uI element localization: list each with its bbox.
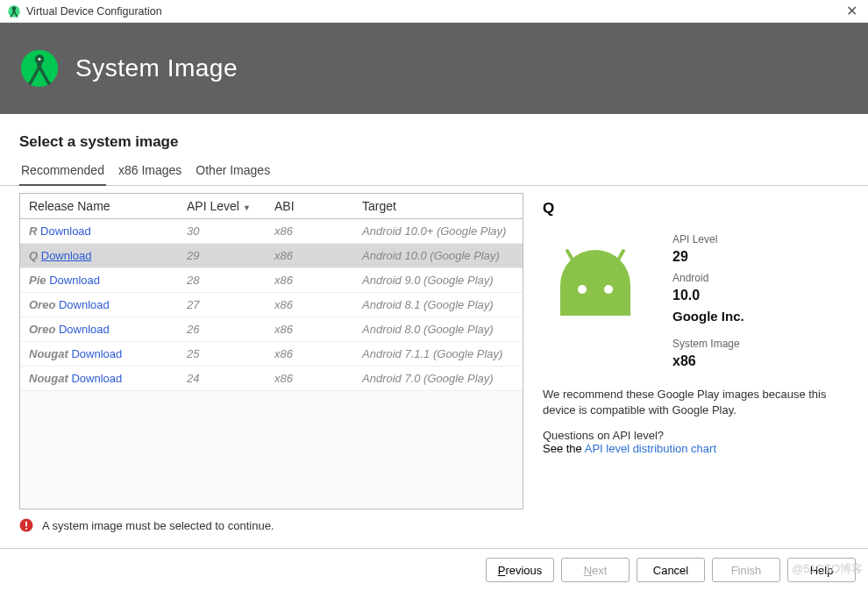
column-abi[interactable]: ABI (266, 194, 353, 219)
column-release-name[interactable]: Release Name (20, 194, 178, 219)
android-label: Android (672, 272, 744, 284)
error-icon (19, 518, 33, 532)
svg-line-12 (617, 251, 623, 261)
system-image-icon (19, 48, 60, 89)
column-target[interactable]: Target (353, 194, 523, 219)
header: System Image (0, 23, 868, 114)
api-question-text: Questions on API level? (543, 429, 849, 442)
api-chart-link[interactable]: API level distribution chart (585, 442, 716, 455)
svg-line-11 (567, 251, 573, 261)
download-link[interactable]: Download (40, 224, 91, 238)
titlebar: Virtual Device Configuration ✕ (0, 0, 868, 23)
android-studio-icon (7, 4, 21, 18)
next-button[interactable]: Next (561, 558, 630, 582)
footer: Previous Next Cancel Finish Help (0, 548, 868, 591)
android-icon (543, 237, 648, 324)
tabs: Recommended x86 Images Other Images (0, 158, 868, 186)
svg-point-7 (29, 81, 32, 84)
previous-button[interactable]: Previous (486, 558, 554, 582)
system-image-table: Release Name API Level▼ ABI Target R Dow… (19, 193, 523, 509)
error-message: A system image must be selected to conti… (0, 518, 868, 548)
table-row[interactable]: Oreo Download 27x86Android 8.1 (Google P… (20, 293, 523, 317)
page-title: System Image (75, 54, 238, 82)
api-level-label: API Level (672, 233, 744, 246)
tab-recommended[interactable]: Recommended (19, 158, 106, 186)
table-row[interactable]: Nougat Download 24x86Android 7.0 (Google… (20, 367, 523, 391)
tab-other-images[interactable]: Other Images (194, 158, 272, 185)
svg-point-10 (604, 285, 613, 294)
recommendation-text: We recommend these Google Play images be… (543, 387, 849, 418)
download-link[interactable]: Download (49, 274, 100, 287)
svg-point-9 (578, 285, 587, 294)
window-title: Virtual Device Configuration (26, 5, 843, 18)
details-panel: Q API Level 29 Android 10.0 Google Inc. … (523, 186, 868, 523)
svg-point-6 (38, 58, 40, 61)
column-api-level[interactable]: API Level▼ (178, 194, 266, 219)
download-link[interactable]: Download (71, 372, 122, 385)
android-version-value: 10.0 (672, 288, 744, 303)
svg-point-8 (47, 81, 51, 84)
table-row[interactable]: Q Download 29x86Android 10.0 (Google Pla… (20, 244, 523, 268)
sort-desc-icon: ▼ (243, 203, 251, 212)
table-row[interactable]: Oreo Download 26x86Android 8.0 (Google P… (20, 317, 523, 342)
details-title: Q (543, 200, 849, 217)
finish-button[interactable]: Finish (712, 558, 780, 582)
vendor-value: Google Inc. (672, 309, 744, 324)
download-link[interactable]: Download (41, 249, 92, 262)
download-link[interactable]: Download (59, 298, 110, 311)
svg-point-2 (12, 6, 16, 10)
system-image-value: x86 (672, 353, 744, 369)
help-button[interactable]: Help (787, 558, 856, 582)
download-link[interactable]: Download (59, 323, 110, 336)
table-row[interactable]: Pie Download 28x86Android 9.0 (Google Pl… (20, 268, 523, 293)
table-empty-area (20, 391, 523, 509)
close-icon[interactable]: ✕ (843, 3, 861, 19)
chart-link-line: See the API level distribution chart (543, 442, 849, 455)
tab-x86-images[interactable]: x86 Images (117, 158, 183, 185)
svg-rect-14 (25, 522, 27, 527)
api-level-value: 29 (672, 249, 744, 265)
cancel-button[interactable]: Cancel (637, 558, 705, 582)
download-link[interactable]: Download (71, 347, 122, 360)
system-image-label: System Image (672, 338, 744, 350)
table-row[interactable]: Nougat Download 25x86Android 7.1.1 (Goog… (20, 342, 523, 367)
section-heading: Select a system image (0, 114, 868, 158)
table-row[interactable]: R Download 30x86Android 10.0+ (Google Pl… (20, 219, 523, 244)
svg-rect-15 (25, 528, 27, 530)
